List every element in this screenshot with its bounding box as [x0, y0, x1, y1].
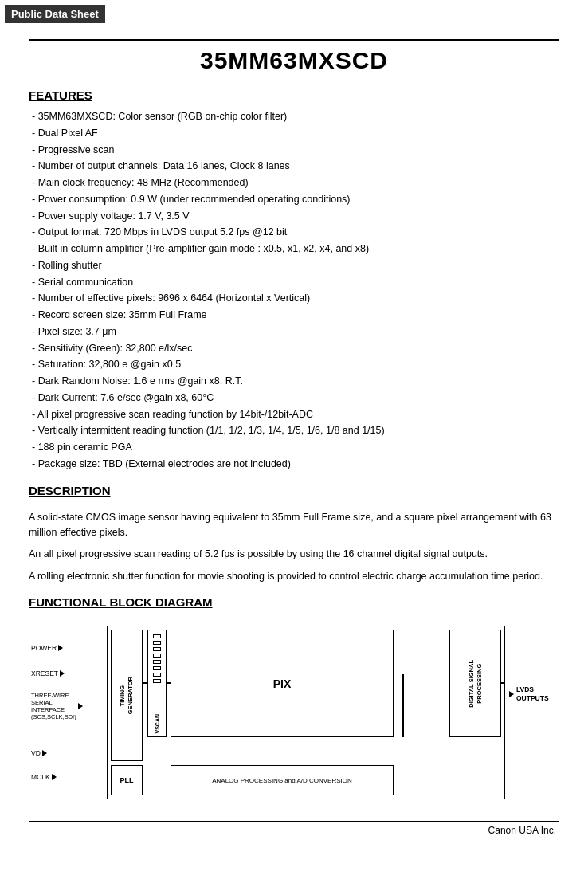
mclk-label: MCLK — [31, 773, 57, 781]
document-title: 35MM63MXSCD — [29, 47, 559, 74]
pix-label: PIX — [273, 677, 292, 690]
description-para-3: A rolling electronic shutter function fo… — [29, 569, 559, 584]
list-item: Dual Pixel AF — [32, 125, 559, 142]
list-item: Number of effective pixels: 9696 x 6464 … — [32, 290, 559, 307]
list-item: All pixel progressive scan reading funct… — [32, 406, 559, 423]
xreset-label: XRESET — [31, 669, 65, 677]
block-diagram-heading: FUNCTIONAL BLOCK DIAGRAM — [29, 595, 559, 609]
bottom-rule — [29, 821, 559, 822]
list-item: Record screen size: 35mm Full Frame — [32, 307, 559, 324]
block-diagram-container: POWER XRESET THREE-WIRE SERIAL INTERFACE… — [29, 622, 559, 805]
list-item: Sensitivity (Green): 32,800 e/lx/sec — [32, 340, 559, 357]
list-item: Built in column amplifier (Pre-amplifier… — [32, 241, 559, 257]
description-heading: DESCRIPTION — [29, 484, 559, 497]
list-item: Package size: TBD (External electrodes a… — [32, 456, 559, 473]
power-label: POWER — [31, 644, 63, 652]
top-rule — [29, 39, 559, 41]
list-item: Serial communication — [32, 274, 559, 291]
pll-label: PLL — [120, 776, 134, 784]
list-item: Output format: 720 Mbps in LVDS output 5… — [32, 224, 559, 241]
pix-area: PIX — [171, 630, 394, 737]
list-item: 188 pin ceramic PGA — [32, 439, 559, 456]
features-heading: FEATURES — [29, 88, 559, 102]
list-item: Number of output channels: Data 16 lanes… — [32, 158, 559, 175]
analog-box: ANALOG PROCESSING and A/D CONVERSION — [171, 765, 394, 795]
pll-box: PLL — [111, 765, 143, 795]
description-para-1: A solid-state CMOS image sensor having e… — [29, 510, 559, 541]
header-bar: Public Data Sheet — [5, 5, 105, 23]
lvds-outputs: LVDSOUTPUTS — [509, 685, 549, 703]
description-para-2: An all pixel progressive scan reading of… — [29, 547, 559, 562]
features-list: 35MM63MXSCD: Color sensor (RGB on-chip c… — [29, 108, 559, 473]
vscan-label: VSCAN — [155, 714, 160, 734]
list-item: Power consumption: 0.9 W (under recommen… — [32, 191, 559, 208]
list-item: Rolling shutter — [32, 257, 559, 274]
list-item: Dark Random Noise: 1.6 e rms @gain x8, R… — [32, 373, 559, 390]
list-item: Pixel size: 3.7 μm — [32, 324, 559, 340]
vd-label: VD — [31, 749, 47, 757]
three-wire-label: THREE-WIRE SERIAL INTERFACE (SCS,SCLK,SD… — [31, 692, 83, 720]
dsp-box: DIGITAL SIGNALPROCESSING — [449, 630, 501, 737]
list-item: Power supply voltage: 1.7 V, 3.5 V — [32, 208, 559, 225]
analog-label: ANALOG PROCESSING and A/D CONVERSION — [212, 777, 352, 784]
footer-company: Canon USA Inc. — [29, 825, 559, 836]
badge-label: Public Data Sheet — [11, 8, 99, 20]
timing-generator-box: TIMINGGENERATOR — [111, 630, 143, 761]
list-item: Vertically intermittent reading function… — [32, 422, 559, 439]
list-item: 35MM63MXSCD: Color sensor (RGB on-chip c… — [32, 108, 559, 125]
list-item: Saturation: 32,800 e @gain x0.5 — [32, 356, 559, 373]
list-item: Progressive scan — [32, 142, 559, 159]
vscan-box: VSCAN — [147, 630, 167, 737]
list-item: Dark Current: 7.6 e/sec @gain x8, 60°C — [32, 390, 559, 406]
list-item: Main clock frequency: 48 MHz (Recommende… — [32, 175, 559, 191]
